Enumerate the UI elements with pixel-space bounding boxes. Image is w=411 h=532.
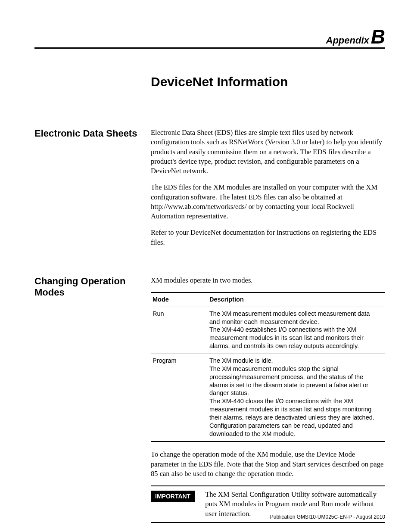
side-heading-modes: Changing Operation Modes <box>34 276 151 299</box>
modes-cell-desc: The XM measurement modules collect measu… <box>208 307 385 354</box>
modes-cell-mode: Run <box>151 307 208 354</box>
table-row: Program The XM module is idle. The XM me… <box>151 354 385 442</box>
page-footer: Publication GMSI10-UM025C-EN-P - August … <box>270 514 385 520</box>
body-modes: XM modules operate in two modes. Mode De… <box>151 276 385 523</box>
appendix-letter: B <box>371 25 385 48</box>
important-label: IMPORTANT <box>151 491 195 502</box>
modes-intro: XM modules operate in two modes. <box>151 276 385 285</box>
header-rule <box>34 47 385 49</box>
appendix-word: Appendix <box>326 35 369 46</box>
chapter-title: DeviceNet Information <box>151 75 385 89</box>
modes-th-desc: Description <box>208 292 385 307</box>
eds-p1: Electronic Data Sheet (EDS) files are si… <box>151 128 385 176</box>
eds-p3: Refer to your DeviceNet documentation fo… <box>151 228 385 247</box>
body-eds: Electronic Data Sheet (EDS) files are si… <box>151 128 385 254</box>
modes-cell-desc: The XM module is idle. The XM measuremen… <box>208 354 385 442</box>
modes-cell-mode: Program <box>151 354 208 442</box>
section-eds: Electronic Data Sheets Electronic Data S… <box>34 128 385 254</box>
eds-p2: The EDS files for the XM modules are ins… <box>151 183 385 221</box>
side-heading-eds: Electronic Data Sheets <box>34 128 151 139</box>
page-header: AppendixB <box>34 27 385 49</box>
appendix-label: AppendixB <box>34 27 385 47</box>
modes-after-table: To change the operation mode of the XM m… <box>151 450 385 479</box>
section-modes: Changing Operation Modes XM modules oper… <box>34 276 385 523</box>
modes-th-mode: Mode <box>151 292 208 307</box>
modes-table: Mode Description Run The XM measurement … <box>151 292 385 442</box>
table-row: Run The XM measurement modules collect m… <box>151 307 385 354</box>
